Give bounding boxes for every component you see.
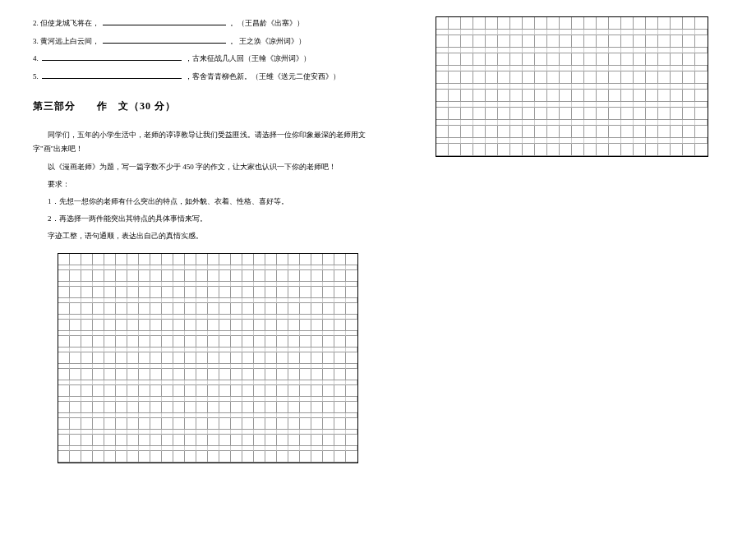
grid-cell[interactable]	[254, 435, 265, 446]
grid-cell[interactable]	[116, 435, 127, 446]
grid-cell[interactable]	[150, 385, 162, 397]
grid-cell[interactable]	[208, 451, 219, 463]
grid-cell[interactable]	[116, 254, 127, 265]
grid-cell[interactable]	[334, 270, 346, 282]
grid-cell[interactable]	[231, 254, 242, 265]
grid-cell[interactable]	[254, 402, 265, 413]
grid-cell[interactable]	[449, 17, 461, 30]
grid-cell[interactable]	[265, 369, 277, 380]
grid-cell[interactable]	[150, 336, 162, 348]
grid-cell[interactable]	[58, 320, 70, 331]
grid-cell[interactable]	[597, 108, 609, 120]
grid-cell[interactable]	[535, 35, 547, 48]
grid-cell[interactable]	[127, 435, 139, 446]
grid-cell[interactable]	[104, 254, 116, 265]
grid-cell[interactable]	[288, 270, 300, 282]
grid-cell[interactable]	[323, 352, 334, 364]
grid-cell[interactable]	[510, 90, 523, 102]
grid-cell[interactable]	[486, 53, 498, 66]
grid-cell[interactable]	[185, 287, 196, 298]
grid-cell[interactable]	[523, 144, 535, 156]
grid-cell[interactable]	[116, 402, 127, 413]
grid-cell[interactable]	[658, 17, 671, 30]
grid-cell[interactable]	[265, 270, 277, 282]
grid-cell[interactable]	[139, 254, 150, 265]
grid-cell[interactable]	[621, 53, 634, 66]
grid-cell[interactable]	[93, 435, 104, 446]
grid-cell[interactable]	[127, 320, 139, 331]
grid-cell[interactable]	[311, 336, 323, 348]
grid-cell[interactable]	[104, 385, 116, 397]
grid-cell[interactable]	[185, 418, 196, 430]
grid-cell[interactable]	[634, 90, 646, 102]
grid-cell[interactable]	[277, 287, 288, 298]
grid-cell[interactable]	[436, 90, 449, 102]
grid-cell[interactable]	[695, 35, 708, 48]
grid-cell[interactable]	[346, 402, 357, 413]
grid-cell[interactable]	[547, 144, 560, 156]
grid-cell[interactable]	[486, 71, 498, 84]
grid-cell[interactable]	[254, 303, 265, 315]
grid-cell[interactable]	[300, 320, 311, 331]
grid-cell[interactable]	[150, 303, 162, 315]
grid-cell[interactable]	[510, 53, 523, 66]
grid-cell[interactable]	[242, 254, 254, 265]
grid-cell[interactable]	[523, 108, 535, 120]
grid-cell[interactable]	[288, 303, 300, 315]
grid-cell[interactable]	[572, 144, 584, 156]
grid-cell[interactable]	[572, 35, 584, 48]
grid-cell[interactable]	[323, 270, 334, 282]
grid-cell[interactable]	[300, 402, 311, 413]
grid-cell[interactable]	[461, 35, 473, 48]
grid-cell[interactable]	[486, 108, 498, 120]
grid-cell[interactable]	[185, 270, 196, 282]
grid-cell[interactable]	[683, 126, 695, 138]
grid-cell[interactable]	[334, 287, 346, 298]
grid-cell[interactable]	[173, 418, 185, 430]
grid-cell[interactable]	[436, 71, 449, 84]
grid-cell[interactable]	[436, 35, 449, 48]
grid-cell[interactable]	[254, 270, 265, 282]
grid-cell[interactable]	[116, 320, 127, 331]
grid-cell[interactable]	[646, 71, 658, 84]
grid-cell[interactable]	[621, 17, 634, 30]
grid-cell[interactable]	[683, 53, 695, 66]
grid-cell[interactable]	[323, 320, 334, 331]
grid-cell[interactable]	[597, 126, 609, 138]
grid-cell[interactable]	[449, 71, 461, 84]
grid-cell[interactable]	[572, 90, 584, 102]
grid-cell[interactable]	[597, 90, 609, 102]
grid-cell[interactable]	[104, 303, 116, 315]
grid-cell[interactable]	[535, 90, 547, 102]
grid-cell[interactable]	[162, 336, 173, 348]
grid-cell[interactable]	[311, 254, 323, 265]
grid-cell[interactable]	[346, 254, 357, 265]
grid-cell[interactable]	[139, 320, 150, 331]
grid-cell[interactable]	[300, 451, 311, 463]
grid-cell[interactable]	[104, 320, 116, 331]
grid-cell[interactable]	[58, 369, 70, 380]
grid-cell[interactable]	[196, 254, 208, 265]
grid-cell[interactable]	[93, 418, 104, 430]
grid-cell[interactable]	[265, 435, 277, 446]
grid-cell[interactable]	[162, 303, 173, 315]
grid-cell[interactable]	[173, 369, 185, 380]
grid-cell[interactable]	[498, 71, 510, 84]
grid-cell[interactable]	[300, 303, 311, 315]
grid-cell[interactable]	[173, 435, 185, 446]
grid-cell[interactable]	[196, 270, 208, 282]
grid-cell[interactable]	[510, 17, 523, 30]
grid-cell[interactable]	[584, 35, 597, 48]
grid-cell[interactable]	[93, 287, 104, 298]
grid-cell[interactable]	[609, 108, 621, 120]
grid-cell[interactable]	[139, 435, 150, 446]
grid-cell[interactable]	[116, 303, 127, 315]
grid-cell[interactable]	[70, 254, 81, 265]
grid-cell[interactable]	[139, 287, 150, 298]
grid-cell[interactable]	[58, 451, 70, 463]
grid-cell[interactable]	[231, 451, 242, 463]
grid-cell[interactable]	[346, 270, 357, 282]
grid-cell[interactable]	[671, 126, 683, 138]
grid-cell[interactable]	[658, 35, 671, 48]
grid-cell[interactable]	[334, 369, 346, 380]
